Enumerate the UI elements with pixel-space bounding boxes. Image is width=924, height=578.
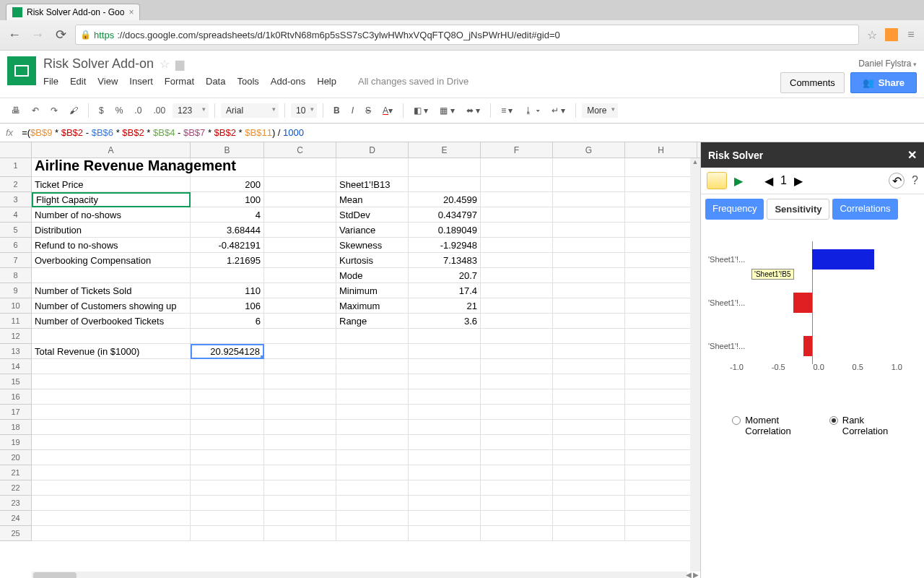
cell[interactable]: Sheet1'!B13: [336, 177, 409, 192]
cell[interactable]: [553, 314, 625, 329]
cell[interactable]: [481, 465, 553, 480]
currency-icon[interactable]: $: [95, 103, 108, 118]
cell[interactable]: [481, 238, 553, 253]
row-header[interactable]: 9: [0, 283, 32, 298]
cell[interactable]: [264, 177, 336, 192]
cell[interactable]: [481, 359, 553, 374]
cell[interactable]: Ticket Price: [32, 177, 191, 192]
row-header[interactable]: 6: [0, 238, 32, 253]
cell[interactable]: [191, 389, 264, 405]
cell[interactable]: [264, 253, 336, 268]
cell[interactable]: [191, 359, 264, 374]
cell[interactable]: [409, 465, 481, 480]
cell[interactable]: [625, 329, 697, 344]
cell[interactable]: [191, 465, 264, 480]
col-header[interactable]: H: [625, 142, 697, 158]
increase-decimal-icon[interactable]: .00: [149, 103, 170, 118]
cell[interactable]: [409, 450, 481, 465]
cell[interactable]: Range: [336, 314, 409, 329]
cell[interactable]: [553, 253, 625, 268]
row-header[interactable]: 19: [0, 435, 32, 450]
menu-edit[interactable]: Edit: [70, 76, 86, 87]
cell[interactable]: [336, 480, 409, 496]
cell[interactable]: Number of Customers showing up: [32, 298, 191, 314]
cell[interactable]: [625, 344, 697, 359]
cell[interactable]: [481, 158, 553, 177]
cell[interactable]: [264, 405, 336, 420]
row-header[interactable]: 20: [0, 450, 32, 465]
row-header[interactable]: 24: [0, 511, 32, 526]
cell[interactable]: [336, 389, 409, 405]
cell[interactable]: [336, 344, 409, 359]
cell[interactable]: [409, 496, 481, 511]
cell[interactable]: [191, 496, 264, 511]
cell[interactable]: 0.189049: [409, 223, 481, 238]
cell[interactable]: 100: [191, 192, 264, 207]
cell[interactable]: [625, 405, 697, 420]
cell[interactable]: [481, 526, 553, 541]
reload-button[interactable]: ⟳: [52, 26, 69, 43]
cell[interactable]: [32, 268, 191, 283]
cell[interactable]: [553, 374, 625, 389]
wrap-icon[interactable]: ↵ ▾: [547, 103, 570, 118]
cell[interactable]: 0.434797: [409, 207, 481, 223]
scroll-nav[interactable]: ◀▶: [684, 569, 700, 578]
cell[interactable]: StdDev: [336, 207, 409, 223]
row-header[interactable]: 3: [0, 192, 32, 207]
row-header[interactable]: 7: [0, 253, 32, 268]
cell[interactable]: [32, 450, 191, 465]
cell[interactable]: [191, 268, 264, 283]
cell[interactable]: [553, 496, 625, 511]
cell[interactable]: [481, 223, 553, 238]
cell[interactable]: [553, 223, 625, 238]
comments-button[interactable]: Comments: [780, 72, 845, 93]
font-select[interactable]: Arial: [221, 103, 279, 118]
cell[interactable]: [264, 526, 336, 541]
cell[interactable]: [481, 329, 553, 344]
menu-view[interactable]: View: [97, 76, 118, 87]
cell[interactable]: [481, 207, 553, 223]
cell[interactable]: Total Revenue (in $1000): [32, 344, 191, 359]
cell[interactable]: 3.68444: [191, 223, 264, 238]
cell[interactable]: [625, 207, 697, 223]
cell[interactable]: [264, 511, 336, 526]
cell[interactable]: [625, 526, 697, 541]
cell[interactable]: [625, 158, 697, 177]
cell[interactable]: Airline Revenue Management: [32, 158, 191, 177]
row-header[interactable]: 17: [0, 405, 32, 420]
cell[interactable]: [264, 389, 336, 405]
cell[interactable]: [191, 405, 264, 420]
cell[interactable]: [481, 177, 553, 192]
cell[interactable]: [553, 298, 625, 314]
decrease-decimal-icon[interactable]: .0: [130, 103, 146, 118]
menu-help[interactable]: Help: [317, 76, 336, 87]
row-header[interactable]: 15: [0, 374, 32, 389]
cell[interactable]: [32, 359, 191, 374]
cell[interactable]: [336, 465, 409, 480]
cell[interactable]: [264, 192, 336, 207]
strike-icon[interactable]: S: [361, 103, 375, 118]
cell[interactable]: [481, 283, 553, 298]
cell[interactable]: [336, 435, 409, 450]
prev-icon[interactable]: ◀: [764, 174, 773, 188]
cell[interactable]: [32, 480, 191, 496]
cell[interactable]: [625, 435, 697, 450]
redo-icon[interactable]: ↷: [46, 103, 62, 118]
cell[interactable]: [409, 389, 481, 405]
cell[interactable]: [625, 314, 697, 329]
print-icon[interactable]: 🖶: [7, 103, 25, 118]
cell[interactable]: [336, 511, 409, 526]
cell[interactable]: [625, 496, 697, 511]
back-circle-icon[interactable]: ↶: [889, 173, 905, 189]
sheets-logo[interactable]: [7, 56, 36, 85]
cell[interactable]: [264, 223, 336, 238]
merge-icon[interactable]: ⬌ ▾: [462, 103, 484, 118]
cell[interactable]: 7.13483: [409, 253, 481, 268]
cell[interactable]: [625, 511, 697, 526]
cell[interactable]: 1.21695: [191, 253, 264, 268]
cell[interactable]: [553, 329, 625, 344]
folder-icon[interactable]: ▆: [175, 57, 184, 71]
row-header[interactable]: 4: [0, 207, 32, 223]
row-header[interactable]: 8: [0, 268, 32, 283]
halign-icon[interactable]: ≡ ▾: [497, 103, 517, 118]
